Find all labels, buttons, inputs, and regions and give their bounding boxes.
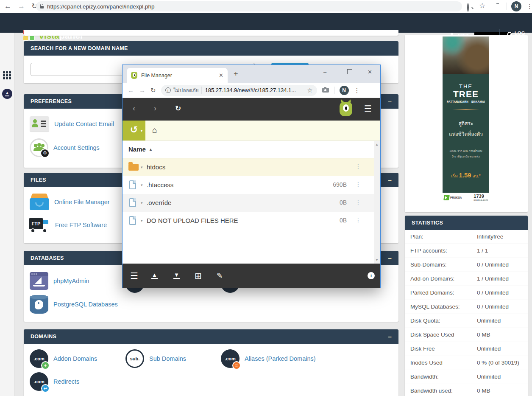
file-row-htdocs[interactable]: ▾ htdocs ⋮ <box>123 158 374 176</box>
list-item[interactable]: Online File Manager <box>30 193 110 211</box>
url-text[interactable]: https://cpanel.epizy.com/panel/indexpl.p… <box>47 3 154 10</box>
forward-icon[interactable]: → <box>139 84 145 97</box>
gear-icon: ⚙ <box>40 149 50 158</box>
tab-close-icon[interactable]: ✕ <box>219 72 223 79</box>
file-name[interactable]: DO NOT UPLOAD FILES HERE <box>147 217 238 224</box>
file-row-override[interactable]: ▾ .override 0B ⋮ <box>123 194 374 212</box>
scroll-up-icon[interactable]: ▲ <box>375 143 379 146</box>
row-menu-icon[interactable]: ⋮ <box>355 199 361 205</box>
popup-url-text[interactable]: 185.27.134.9/new/#/c/185.27.134.1... <box>205 87 296 93</box>
upload-icon[interactable]: ▲ <box>151 264 158 288</box>
file-name[interactable]: .override <box>147 199 171 206</box>
back-icon[interactable]: ← <box>128 84 134 97</box>
history-button[interactable]: ↺▾ <box>123 121 145 140</box>
file-name[interactable]: .htaccess <box>147 181 173 188</box>
window-close-icon[interactable]: ✕ <box>368 69 372 75</box>
list-item[interactable]: phpMyAdmin <box>30 272 89 290</box>
list-item[interactable]: sub. Sub Domains <box>125 349 186 368</box>
profile-avatar[interactable]: N <box>340 86 349 95</box>
list-item[interactable]: .com= Aliases (Parked Domains) <box>221 349 316 368</box>
ad-subtitle: PATTANAKARN - EKKAMAI <box>443 100 489 103</box>
sub-domains-link[interactable]: Sub Domains <box>149 355 186 362</box>
window-minimize-icon[interactable]: – <box>323 69 326 75</box>
phpmyadmin-link[interactable]: phpMyAdmin <box>53 278 89 284</box>
file-manager-window: File Manager ✕ + – ✕ ← → ↻ i ไม่ปลอดภัย … <box>122 65 381 288</box>
address-bar[interactable]: https://cpanel.epizy.com/panel/indexpl.p… <box>36 1 462 11</box>
list-item[interactable]: FTP Free FTP Software <box>29 216 107 233</box>
list-item[interactable]: PostgreSQL Databases <box>30 295 118 314</box>
window-tabstrip[interactable]: File Manager ✕ + – ✕ <box>123 65 380 83</box>
collapse-icon[interactable]: − <box>388 255 392 261</box>
file-row-do-not-upload[interactable]: ▾ DO NOT UPLOAD FILES HERE 0B ⋮ <box>123 212 374 230</box>
row-menu-icon[interactable]: ⋮ <box>355 216 361 223</box>
row-menu-icon[interactable]: ⋮ <box>355 163 361 170</box>
update-contact-email-link[interactable]: Update Contact Email <box>54 121 114 127</box>
new-item-icon[interactable]: ⊞ <box>195 264 202 288</box>
bookmark-star-icon[interactable]: ☆ <box>479 1 485 10</box>
collapse-icon[interactable]: − <box>388 334 392 340</box>
menu-icon[interactable]: ☰ <box>364 104 372 114</box>
refresh-icon[interactable]: ↻ <box>175 104 181 113</box>
advertisement[interactable]: THE TREE PATTANAKARN - EKKAMAI สู่อิสระ … <box>443 37 489 202</box>
nav-forward-icon[interactable]: › <box>154 104 156 113</box>
collapse-icon[interactable]: − <box>388 98 392 105</box>
statistics-title: STATISTICS <box>412 220 443 226</box>
actions-menu-icon[interactable]: ☰ <box>130 264 138 288</box>
chevron-down-icon[interactable]: ▾ <box>141 165 143 169</box>
screenshot-camera-icon[interactable] <box>322 88 329 93</box>
file-size: 0B <box>340 217 347 224</box>
file-manager-tab[interactable]: File Manager ✕ <box>127 68 228 83</box>
bookmark-star-icon[interactable]: ☆ <box>307 87 312 94</box>
reload-icon[interactable]: ↻ <box>150 84 156 97</box>
chevron-down-icon[interactable]: ▾ <box>141 201 143 205</box>
list-item[interactable]: .com↩ Redirects <box>30 372 79 391</box>
scroll-down-icon[interactable]: ▼ <box>375 258 379 262</box>
list-item[interactable]: ⚙ Account Settings <box>30 138 100 157</box>
file-manager-action-bar: ☰ ▲ ▼ ⊞ ✎ i <box>123 264 380 288</box>
name-header-label[interactable]: Name <box>128 146 146 153</box>
profile-avatar[interactable]: N <box>511 1 521 11</box>
download-icon[interactable]: ▼ <box>173 264 180 288</box>
redirects-link[interactable]: Redirects <box>53 378 79 385</box>
free-ftp-software-link[interactable]: Free FTP Software <box>55 222 107 228</box>
chevron-down-icon[interactable]: ▾ <box>141 183 143 187</box>
plus-badge-icon: + <box>41 361 50 370</box>
app-grid-icon[interactable] <box>3 71 12 80</box>
chevron-down-icon[interactable]: ▾ <box>141 219 143 223</box>
row-menu-icon[interactable]: ⋮ <box>355 181 361 188</box>
back-icon[interactable]: ← <box>4 0 11 13</box>
addon-domains-link[interactable]: Addon Domains <box>53 355 97 362</box>
collapse-icon[interactable]: − <box>388 177 392 183</box>
list-item[interactable]: Update Contact Email <box>30 116 114 132</box>
nav-back-icon[interactable]: ‹ <box>133 104 135 113</box>
file-name[interactable]: htdocs <box>147 163 165 171</box>
browser-menu-icon[interactable]: ⋮ <box>526 3 532 10</box>
ad-body: THE TREE PATTANAKARN - EKKAMAI สู่อิสระ … <box>443 74 489 193</box>
panel-bottom-edge <box>24 30 398 36</box>
logo-square <box>29 36 35 41</box>
popup-address-bar: ← → ↻ i ไม่ปลอดภัย 185.27.134.9/new/#/c/… <box>123 83 380 98</box>
postgresql-icon <box>30 295 48 314</box>
aliases-link[interactable]: Aliases (Parked Domains) <box>245 355 316 362</box>
edit-icon[interactable]: ✎ <box>217 264 223 288</box>
browser-menu-icon[interactable]: ⋮ <box>354 87 360 94</box>
window-maximize-icon[interactable] <box>347 69 352 74</box>
monsta-logo-icon[interactable] <box>340 102 352 116</box>
new-tab-icon[interactable]: + <box>234 70 238 79</box>
name-column-header[interactable]: Name ▲ <box>123 141 374 158</box>
popup-omnibox[interactable]: i ไม่ปลอดภัย 185.27.134.9/new/#/c/185.27… <box>161 85 317 96</box>
upload-shortcut-icon[interactable]: ▲ <box>2 89 12 99</box>
postgresql-databases-link[interactable]: PostgreSQL Databases <box>53 301 118 308</box>
zoom-icon[interactable] <box>467 3 469 12</box>
lock-icon <box>40 6 44 8</box>
online-file-manager-link[interactable]: Online File Manager <box>54 199 110 205</box>
info-icon[interactable]: i <box>368 264 375 288</box>
forward-icon[interactable]: → <box>18 0 25 13</box>
home-icon[interactable]: ⌂ <box>152 126 157 135</box>
scrollbar[interactable]: ▲ ▼ <box>374 141 380 264</box>
file-row-htaccess[interactable]: ▾ .htaccess 690B ⋮ <box>123 176 374 194</box>
info-icon[interactable]: i <box>165 87 171 93</box>
list-item[interactable]: .com+ Addon Domains <box>30 349 97 368</box>
account-settings-link[interactable]: Account Settings <box>53 144 100 151</box>
stat-row: Sub-Domains:0 / Unlimited <box>405 258 528 272</box>
